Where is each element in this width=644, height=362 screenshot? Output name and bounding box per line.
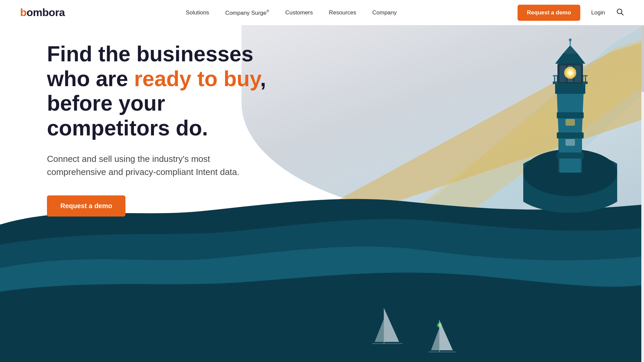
search-icon[interactable] xyxy=(616,8,624,18)
scrollbar[interactable] xyxy=(641,25,644,362)
nav-company-surge[interactable]: Company Surge® xyxy=(225,9,269,16)
svg-rect-34 xyxy=(585,75,586,84)
login-link[interactable]: Login xyxy=(591,9,605,16)
svg-rect-23 xyxy=(557,132,584,138)
hero-headline: Find the businesses who are ready to buy… xyxy=(47,42,288,140)
nav-customers[interactable]: Customers xyxy=(285,9,313,16)
logo[interactable]: bombora xyxy=(20,6,65,19)
main-nav: Solutions Company Surge® Customers Resou… xyxy=(186,9,397,16)
hero-content: Find the businesses who are ready to buy… xyxy=(47,42,288,217)
hero-headline-highlight: ready to buy xyxy=(134,67,260,91)
nav-solutions[interactable]: Solutions xyxy=(186,9,209,16)
site-header: bombora Solutions Company Surge® Custome… xyxy=(0,0,644,25)
svg-marker-43 xyxy=(555,54,585,64)
lighthouse-illustration xyxy=(523,39,617,213)
svg-rect-22 xyxy=(557,112,584,118)
svg-point-17 xyxy=(437,322,442,328)
nav-resources[interactable]: Resources xyxy=(329,9,356,16)
svg-marker-44 xyxy=(563,45,578,54)
hero-cta-button[interactable]: Request a demo xyxy=(47,195,125,217)
svg-point-42 xyxy=(568,71,572,75)
svg-point-46 xyxy=(569,39,572,41)
svg-rect-29 xyxy=(554,75,555,84)
header-right: Request a demo Login xyxy=(518,5,624,21)
scrollbar-thumb[interactable] xyxy=(641,25,644,92)
logo-text: bombora xyxy=(20,6,65,19)
svg-rect-26 xyxy=(566,139,575,146)
svg-rect-24 xyxy=(557,153,584,159)
svg-line-1 xyxy=(621,13,623,15)
hero-section: 1001001100100110010011001001100100110010… xyxy=(0,25,644,362)
hero-subtext: Connect and sell using the industry's mo… xyxy=(47,153,268,179)
svg-rect-25 xyxy=(566,119,575,126)
nav-company[interactable]: Company xyxy=(372,9,397,16)
header-cta-button[interactable]: Request a demo xyxy=(518,5,580,21)
